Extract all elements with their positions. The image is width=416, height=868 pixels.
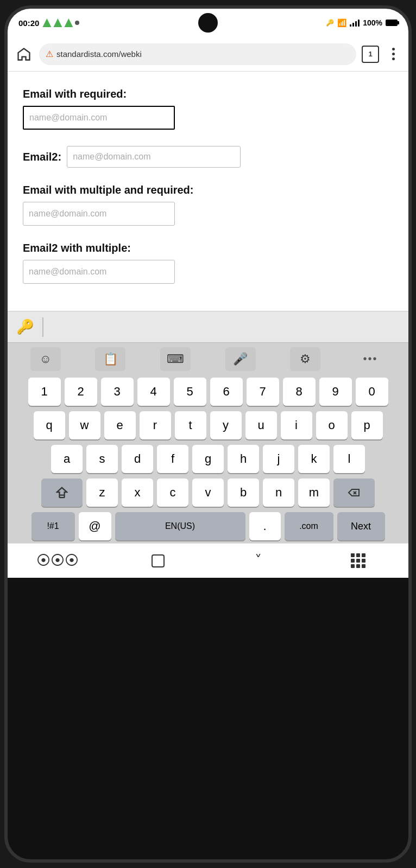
tab-button[interactable]: 1	[362, 46, 379, 63]
clipboard-icon: 📋	[103, 352, 118, 366]
key-r[interactable]: r	[140, 411, 171, 439]
key-4[interactable]: 4	[137, 378, 170, 406]
more-button[interactable]: •••	[355, 347, 386, 371]
web-content: Email with required: name@domain.com Ema…	[8, 72, 408, 311]
home-nav-button[interactable]	[142, 550, 174, 572]
status-icons	[42, 18, 79, 27]
camera-notch-area	[198, 13, 218, 33]
key-p[interactable]: p	[351, 411, 383, 439]
email-multiple-required-placeholder: name@domain.com	[29, 209, 106, 219]
key-8[interactable]: 8	[283, 378, 316, 406]
keyboard-header: 🔑	[8, 311, 408, 342]
notification-dot	[75, 21, 79, 25]
email-required-input[interactable]: name@domain.com	[23, 106, 175, 130]
camera-notch	[198, 13, 218, 33]
space-key[interactable]: EN(US)	[115, 512, 245, 540]
form-group-email-multiple-required: Email with multiple and required: name@d…	[23, 184, 393, 226]
settings-button[interactable]: ⚙	[290, 347, 320, 371]
key-l[interactable]: l	[333, 445, 365, 473]
time-display: 00:20	[18, 18, 39, 28]
key-s[interactable]: s	[86, 445, 118, 473]
recents-nav-icon: ˅	[255, 552, 262, 569]
home-nav-icon	[152, 554, 165, 567]
keyboard-toolbar: ☺ 📋 ⌨ 🎤 ⚙ •••	[8, 342, 408, 375]
recents-nav-button[interactable]: ˅	[242, 550, 274, 572]
battery-icon	[386, 20, 398, 26]
keyboard-nav-button[interactable]	[342, 550, 375, 572]
form-group-email-required: Email with required: name@domain.com	[23, 88, 393, 130]
key-k[interactable]: k	[298, 445, 330, 473]
key-1[interactable]: 1	[28, 378, 61, 406]
email2-multiple-input[interactable]: name@domain.com	[23, 260, 175, 284]
key-j[interactable]: j	[263, 445, 294, 473]
key-i[interactable]: i	[281, 411, 312, 439]
key-n[interactable]: n	[263, 478, 294, 507]
android-icon-3	[64, 18, 73, 27]
more-icon: •••	[363, 353, 378, 365]
key-q[interactable]: q	[34, 411, 65, 439]
key-a[interactable]: a	[51, 445, 83, 473]
key-c[interactable]: c	[157, 478, 188, 507]
backspace-key[interactable]	[333, 478, 375, 507]
url-bar[interactable]: ⚠ standardista.com/webki	[39, 43, 356, 65]
key-f[interactable]: f	[157, 445, 188, 473]
next-key[interactable]: Next	[337, 512, 385, 540]
key-e[interactable]: e	[104, 411, 136, 439]
key-v[interactable]: v	[192, 478, 224, 507]
menu-button[interactable]	[385, 46, 402, 63]
vpn-key-icon: 🔑	[16, 318, 34, 335]
key-9[interactable]: 9	[319, 378, 352, 406]
key-o[interactable]: o	[316, 411, 348, 439]
status-right: 🔑 📶 100%	[326, 18, 398, 27]
key-6[interactable]: 6	[210, 378, 243, 406]
key-y[interactable]: y	[210, 411, 242, 439]
dotcom-key[interactable]: .com	[285, 512, 333, 540]
svg-rect-0	[59, 495, 64, 498]
key-7[interactable]: 7	[247, 378, 279, 406]
voice-button[interactable]: 🎤	[225, 347, 256, 371]
browser-bar: ⚠ standardista.com/webki 1	[8, 37, 408, 72]
key-d[interactable]: d	[122, 445, 153, 473]
email2-input[interactable]: name@domain.com	[67, 146, 241, 168]
email-required-placeholder: name@domain.com	[29, 113, 107, 123]
form-group-email2: Email2: name@domain.com	[23, 146, 393, 168]
keyboard-grid-icon	[351, 553, 365, 568]
key-t[interactable]: t	[175, 411, 206, 439]
email2-multiple-label: Email2 with multiple:	[23, 242, 393, 254]
key-5[interactable]: 5	[174, 378, 206, 406]
key-u[interactable]: u	[245, 411, 277, 439]
key-z[interactable]: z	[86, 478, 118, 507]
form-group-email2-multiple: Email2 with multiple: name@domain.com	[23, 242, 393, 284]
bottom-row: !#1 @ EN(US) . .com Next	[8, 509, 408, 543]
key-h[interactable]: h	[228, 445, 259, 473]
key-x[interactable]: x	[122, 478, 153, 507]
emoji-button[interactable]: ☺	[30, 347, 61, 371]
battery-percent: 100%	[363, 18, 382, 27]
key-g[interactable]: g	[192, 445, 224, 473]
special-chars-key[interactable]: !#1	[31, 512, 75, 540]
email2-label: Email2:	[23, 151, 61, 163]
email-required-label: Email with required:	[23, 88, 393, 100]
back-nav-button[interactable]: ⦿⦿⦿	[41, 550, 74, 572]
android-icon-2	[53, 18, 62, 27]
key-2[interactable]: 2	[65, 378, 97, 406]
email2-inline-row: Email2: name@domain.com	[23, 146, 393, 168]
back-nav-icon: ⦿⦿⦿	[36, 552, 79, 569]
key-b[interactable]: b	[228, 478, 259, 507]
email-multiple-required-input[interactable]: name@domain.com	[23, 202, 175, 226]
key-w[interactable]: w	[69, 411, 100, 439]
emoji-icon: ☺	[40, 352, 52, 366]
gear-icon: ⚙	[300, 352, 311, 366]
warning-icon: ⚠	[46, 49, 53, 59]
key-0[interactable]: 0	[356, 378, 388, 406]
at-key[interactable]: @	[79, 512, 111, 540]
clipboard-button[interactable]: 📋	[95, 347, 125, 371]
menu-dot-3	[392, 58, 395, 60]
dot-key[interactable]: .	[249, 512, 281, 540]
qwerty-row3: z x c v b n m	[8, 476, 408, 509]
shift-key[interactable]	[41, 478, 83, 507]
key-m[interactable]: m	[298, 478, 330, 507]
keyboard-switch-button[interactable]: ⌨	[160, 347, 191, 371]
home-button[interactable]	[14, 44, 34, 64]
key-3[interactable]: 3	[101, 378, 134, 406]
